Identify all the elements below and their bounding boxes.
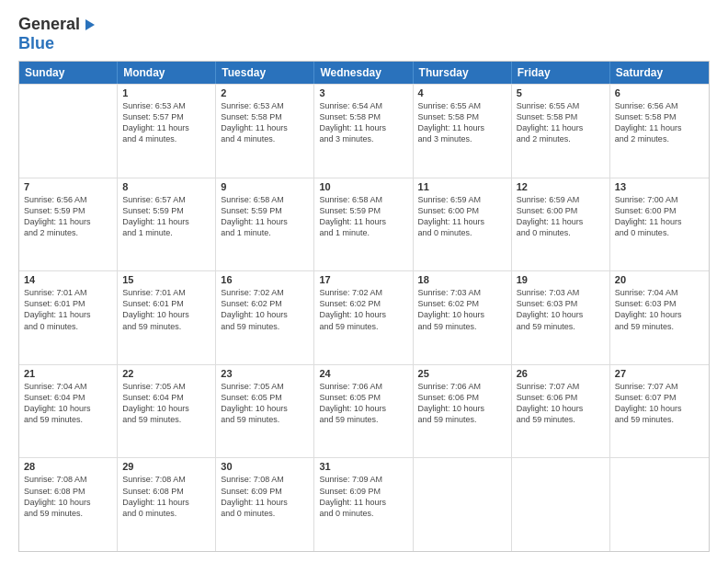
calendar-row: 28Sunrise: 7:08 AM Sunset: 6:08 PM Dayli… xyxy=(19,457,709,551)
calendar-cell: 30Sunrise: 7:08 AM Sunset: 6:09 PM Dayli… xyxy=(216,458,314,551)
day-number: 9 xyxy=(221,181,309,192)
calendar: SundayMondayTuesdayWednesdayThursdayFrid… xyxy=(18,61,710,552)
day-info: Sunrise: 7:03 AM Sunset: 6:02 PM Dayligh… xyxy=(418,287,506,332)
calendar-cell: 22Sunrise: 7:05 AM Sunset: 6:04 PM Dayli… xyxy=(118,365,216,458)
calendar-cell: 9Sunrise: 6:58 AM Sunset: 5:59 PM Daylig… xyxy=(216,178,314,271)
day-number: 30 xyxy=(221,461,309,472)
day-number: 14 xyxy=(24,274,112,285)
day-number: 16 xyxy=(221,274,309,285)
day-info: Sunrise: 7:07 AM Sunset: 6:06 PM Dayligh… xyxy=(517,381,605,426)
day-info: Sunrise: 6:59 AM Sunset: 6:00 PM Dayligh… xyxy=(418,194,506,239)
calendar-cell: 20Sunrise: 7:04 AM Sunset: 6:03 PM Dayli… xyxy=(610,271,709,364)
calendar-header: SundayMondayTuesdayWednesdayThursdayFrid… xyxy=(19,62,709,84)
calendar-cell: 10Sunrise: 6:58 AM Sunset: 5:59 PM Dayli… xyxy=(314,178,413,271)
calendar-cell: 12Sunrise: 6:59 AM Sunset: 6:00 PM Dayli… xyxy=(512,178,610,271)
calendar-cell: 16Sunrise: 7:02 AM Sunset: 6:02 PM Dayli… xyxy=(216,271,314,364)
day-number: 25 xyxy=(418,368,506,379)
day-number: 15 xyxy=(122,274,210,285)
calendar-cell: 3Sunrise: 6:54 AM Sunset: 5:58 PM Daylig… xyxy=(314,85,413,178)
day-info: Sunrise: 7:06 AM Sunset: 6:06 PM Dayligh… xyxy=(418,381,506,426)
calendar-cell: 31Sunrise: 7:09 AM Sunset: 6:09 PM Dayli… xyxy=(314,458,413,551)
calendar-row: 7Sunrise: 6:56 AM Sunset: 5:59 PM Daylig… xyxy=(19,178,709,271)
calendar-cell: 18Sunrise: 7:03 AM Sunset: 6:02 PM Dayli… xyxy=(414,271,512,364)
weekday-header: Wednesday xyxy=(314,62,413,84)
calendar-cell: 8Sunrise: 6:57 AM Sunset: 5:59 PM Daylig… xyxy=(118,178,216,271)
day-info: Sunrise: 7:01 AM Sunset: 6:01 PM Dayligh… xyxy=(122,287,210,332)
calendar-cell: 21Sunrise: 7:04 AM Sunset: 6:04 PM Dayli… xyxy=(19,365,118,458)
weekday-header: Monday xyxy=(118,62,216,84)
weekday-header: Friday xyxy=(512,62,610,84)
day-info: Sunrise: 7:04 AM Sunset: 6:04 PM Dayligh… xyxy=(24,381,112,426)
logo: General Blue xyxy=(18,15,97,53)
calendar-row: 21Sunrise: 7:04 AM Sunset: 6:04 PM Dayli… xyxy=(19,364,709,458)
day-info: Sunrise: 7:06 AM Sunset: 6:05 PM Dayligh… xyxy=(319,381,407,426)
day-info: Sunrise: 6:54 AM Sunset: 5:58 PM Dayligh… xyxy=(319,100,407,145)
calendar-body: 1Sunrise: 6:53 AM Sunset: 5:57 PM Daylig… xyxy=(19,84,709,551)
calendar-cell: 26Sunrise: 7:07 AM Sunset: 6:06 PM Dayli… xyxy=(512,365,610,458)
day-number: 1 xyxy=(122,87,210,98)
day-info: Sunrise: 7:02 AM Sunset: 6:02 PM Dayligh… xyxy=(319,287,407,332)
calendar-cell xyxy=(19,85,118,178)
calendar-cell: 4Sunrise: 6:55 AM Sunset: 5:58 PM Daylig… xyxy=(414,85,512,178)
calendar-cell xyxy=(414,458,512,551)
day-info: Sunrise: 6:56 AM Sunset: 5:58 PM Dayligh… xyxy=(615,100,704,145)
logo-blue: Blue xyxy=(18,34,54,53)
weekday-header: Saturday xyxy=(610,62,709,84)
day-number: 13 xyxy=(615,181,704,192)
day-info: Sunrise: 7:07 AM Sunset: 6:07 PM Dayligh… xyxy=(615,381,704,426)
calendar-cell: 11Sunrise: 6:59 AM Sunset: 6:00 PM Dayli… xyxy=(414,178,512,271)
day-info: Sunrise: 7:09 AM Sunset: 6:09 PM Dayligh… xyxy=(319,474,407,519)
day-info: Sunrise: 7:08 AM Sunset: 6:08 PM Dayligh… xyxy=(122,474,210,519)
day-number: 29 xyxy=(122,461,210,472)
day-info: Sunrise: 7:08 AM Sunset: 6:09 PM Dayligh… xyxy=(221,474,309,519)
day-number: 12 xyxy=(517,181,605,192)
calendar-cell: 7Sunrise: 6:56 AM Sunset: 5:59 PM Daylig… xyxy=(19,178,118,271)
calendar-cell: 13Sunrise: 7:00 AM Sunset: 6:00 PM Dayli… xyxy=(610,178,709,271)
svg-marker-0 xyxy=(85,19,95,30)
calendar-cell: 1Sunrise: 6:53 AM Sunset: 5:57 PM Daylig… xyxy=(118,85,216,178)
day-number: 19 xyxy=(517,274,605,285)
day-info: Sunrise: 7:04 AM Sunset: 6:03 PM Dayligh… xyxy=(615,287,704,332)
day-info: Sunrise: 6:56 AM Sunset: 5:59 PM Dayligh… xyxy=(24,194,112,239)
day-number: 18 xyxy=(418,274,506,285)
day-number: 8 xyxy=(122,181,210,192)
day-number: 23 xyxy=(221,368,309,379)
day-number: 21 xyxy=(24,368,112,379)
day-number: 7 xyxy=(24,181,112,192)
day-number: 11 xyxy=(418,181,506,192)
day-number: 17 xyxy=(319,274,407,285)
day-info: Sunrise: 7:01 AM Sunset: 6:01 PM Dayligh… xyxy=(24,287,112,332)
day-info: Sunrise: 7:02 AM Sunset: 6:02 PM Dayligh… xyxy=(221,287,309,332)
calendar-cell: 29Sunrise: 7:08 AM Sunset: 6:08 PM Dayli… xyxy=(118,458,216,551)
day-number: 4 xyxy=(418,87,506,98)
weekday-header: Sunday xyxy=(19,62,118,84)
day-number: 20 xyxy=(615,274,704,285)
day-info: Sunrise: 7:05 AM Sunset: 6:04 PM Dayligh… xyxy=(122,381,210,426)
day-number: 28 xyxy=(24,461,112,472)
day-number: 27 xyxy=(615,368,704,379)
calendar-cell xyxy=(512,458,610,551)
day-info: Sunrise: 6:53 AM Sunset: 5:58 PM Dayligh… xyxy=(221,100,309,145)
day-info: Sunrise: 6:58 AM Sunset: 5:59 PM Dayligh… xyxy=(221,194,309,239)
day-info: Sunrise: 6:55 AM Sunset: 5:58 PM Dayligh… xyxy=(517,100,605,145)
calendar-row: 1Sunrise: 6:53 AM Sunset: 5:57 PM Daylig… xyxy=(19,84,709,178)
day-info: Sunrise: 7:05 AM Sunset: 6:05 PM Dayligh… xyxy=(221,381,309,426)
calendar-cell: 27Sunrise: 7:07 AM Sunset: 6:07 PM Dayli… xyxy=(610,365,709,458)
weekday-header: Tuesday xyxy=(216,62,314,84)
weekday-header: Thursday xyxy=(414,62,512,84)
day-info: Sunrise: 7:03 AM Sunset: 6:03 PM Dayligh… xyxy=(517,287,605,332)
calendar-cell: 25Sunrise: 7:06 AM Sunset: 6:06 PM Dayli… xyxy=(414,365,512,458)
calendar-cell: 14Sunrise: 7:01 AM Sunset: 6:01 PM Dayli… xyxy=(19,271,118,364)
calendar-cell: 24Sunrise: 7:06 AM Sunset: 6:05 PM Dayli… xyxy=(314,365,413,458)
calendar-cell: 17Sunrise: 7:02 AM Sunset: 6:02 PM Dayli… xyxy=(314,271,413,364)
day-info: Sunrise: 7:08 AM Sunset: 6:08 PM Dayligh… xyxy=(24,474,112,519)
day-info: Sunrise: 6:58 AM Sunset: 5:59 PM Dayligh… xyxy=(319,194,407,239)
calendar-cell: 6Sunrise: 6:56 AM Sunset: 5:58 PM Daylig… xyxy=(610,85,709,178)
day-number: 22 xyxy=(122,368,210,379)
day-number: 31 xyxy=(319,461,407,472)
calendar-page: General Blue SundayMondayTuesdayWednesda… xyxy=(0,0,728,563)
day-info: Sunrise: 6:55 AM Sunset: 5:58 PM Dayligh… xyxy=(418,100,506,145)
day-number: 24 xyxy=(319,368,407,379)
day-number: 2 xyxy=(221,87,309,98)
day-number: 10 xyxy=(319,181,407,192)
